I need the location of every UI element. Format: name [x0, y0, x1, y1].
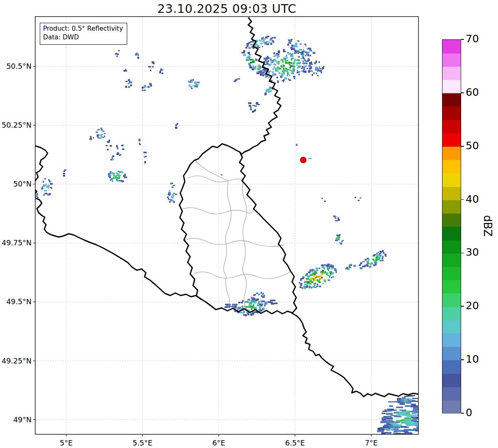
radar-echo-cell — [421, 423, 425, 424]
radar-echo-nw-dash-6 — [125, 79, 132, 88]
radar-echo-cell — [379, 258, 380, 259]
radar-echo-cell — [121, 181, 123, 182]
radar-echo-cell — [246, 59, 247, 60]
radar-echo-cell — [293, 68, 295, 70]
radar-echo-cell — [293, 66, 295, 68]
radar-echo-cell — [393, 424, 399, 426]
y-tick-label: 50°N — [13, 180, 31, 188]
colorbar-band — [442, 266, 461, 280]
radar-echo-cell — [287, 44, 289, 46]
radar-echo-cell — [241, 302, 243, 303]
radar-echo-cell — [285, 62, 287, 64]
radar-echo-cell — [139, 143, 140, 144]
radar-echo-cell — [259, 39, 260, 41]
country-border-layer — [34, 18, 418, 397]
radar-echo-ne-small-b — [248, 102, 260, 112]
radar-echo-cell — [272, 73, 274, 75]
radar-echo-cell — [294, 78, 295, 79]
radar-echo-cell — [416, 426, 424, 429]
canton-border — [244, 276, 247, 310]
radar-echo-cell — [264, 73, 266, 74]
radar-echo-cell — [128, 86, 131, 88]
radar-echo-cell — [97, 137, 99, 138]
radar-echo-cell — [375, 264, 377, 266]
radar-echo-cell — [324, 201, 326, 202]
radar-echo-cell — [264, 38, 266, 40]
radar-echo-cell — [304, 286, 305, 288]
radar-echo-cell — [266, 58, 268, 60]
colorbar-band — [442, 373, 461, 387]
radar-echo-cell — [143, 86, 145, 88]
radar-echo-cell — [289, 39, 290, 41]
radar-echo-cell — [317, 276, 319, 278]
radar-echo-cell — [45, 193, 47, 195]
radar-echo-layer — [35, 36, 426, 437]
x-tick-label: 5°E — [60, 439, 73, 447]
radar-echo-cell — [382, 256, 384, 258]
radar-echo-cell — [291, 73, 293, 74]
radar-echo-ne-band-top-left — [245, 36, 276, 49]
radar-echo-cell — [266, 41, 268, 42]
radar-echo-cell — [116, 56, 118, 57]
radar-echo-cell — [300, 286, 302, 288]
radar-echo-cell — [144, 161, 146, 163]
colorbar-tick-mark — [461, 306, 464, 307]
radar-echo-cell — [44, 185, 45, 187]
radar-echo-cell — [112, 180, 114, 182]
radar-echo-cell — [405, 405, 412, 407]
colorbar-unit-label: dBZ — [481, 215, 494, 237]
radar-echo-cell — [254, 60, 256, 61]
radar-echo-cell — [286, 55, 287, 56]
colorbar-band — [442, 227, 461, 240]
radar-echo-cell — [364, 266, 365, 267]
radar-echo-cell — [289, 64, 290, 65]
radar-echo-cell — [144, 90, 146, 91]
radar-echo-cell — [387, 429, 393, 430]
radar-echo-cell — [266, 90, 268, 92]
radar-echo-cell — [245, 314, 247, 316]
radar-echo-cell — [43, 194, 45, 196]
radar-echo-cell — [300, 278, 302, 280]
radar-echo-cell — [276, 53, 278, 55]
radar-echo-cell — [111, 172, 112, 173]
radar-echo-cell — [311, 274, 313, 276]
radar-echo-cell — [190, 86, 192, 88]
radar-echo-cell — [192, 79, 194, 81]
radar-echo-cell — [268, 64, 270, 65]
radar-echo-cell — [267, 301, 271, 303]
radar-echo-cell — [374, 262, 376, 264]
radar-echo-cell — [368, 260, 370, 262]
radar-echo-cell — [250, 108, 251, 110]
x-tick-label: 6.5°E — [285, 439, 305, 447]
radar-echo-cell — [172, 194, 174, 196]
radar-echo-cell — [311, 64, 313, 65]
colorbar-band — [442, 333, 461, 347]
y-tick-label: 50.5°N — [6, 62, 31, 70]
radar-echo-cell — [266, 61, 268, 63]
radar-echo-cell — [321, 272, 322, 274]
radar-echo-cell — [316, 286, 318, 287]
radar-echo-cell — [297, 59, 300, 61]
radar-echo-cell — [329, 275, 331, 276]
radar-echo-cell — [275, 55, 277, 56]
radar-echo-cell — [50, 183, 53, 185]
radar-echo-cell — [264, 42, 265, 44]
radar-echo-cell — [382, 411, 387, 412]
radar-echo-w-cluster-a — [96, 128, 106, 139]
radar-echo-cell — [96, 131, 98, 133]
radar-echo-cell — [116, 180, 118, 182]
radar-echo-ne-right-ext — [308, 61, 324, 76]
radar-echo-w-dash-e — [143, 152, 147, 163]
radar-echo-cell — [396, 414, 401, 416]
radar-echo-cell — [49, 180, 51, 182]
radar-echo-cell — [251, 297, 252, 298]
radar-echo-cell — [321, 72, 322, 74]
radar-echo-s-upper — [251, 292, 265, 301]
canton-border — [224, 242, 227, 276]
radar-echo-cell — [237, 308, 239, 309]
radar-echo-cell — [360, 262, 362, 264]
radar-echo-cell — [379, 253, 381, 254]
radar-echo-cell — [257, 103, 259, 104]
radar-echo-cell — [302, 68, 304, 70]
radar-echo-cell — [254, 105, 257, 107]
